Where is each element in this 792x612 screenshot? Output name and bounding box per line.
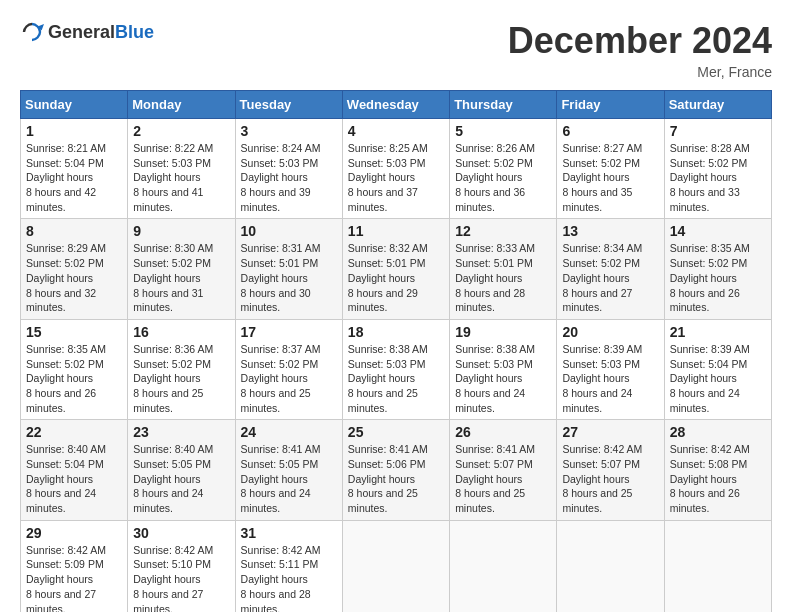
table-row: 11 Sunrise: 8:32 AM Sunset: 5:01 PM Dayl… bbox=[342, 219, 449, 319]
cell-info: Sunrise: 8:25 AM Sunset: 5:03 PM Dayligh… bbox=[348, 141, 444, 214]
table-row bbox=[450, 520, 557, 612]
table-row: 25 Sunrise: 8:41 AM Sunset: 5:06 PM Dayl… bbox=[342, 420, 449, 520]
cell-info: Sunrise: 8:35 AM Sunset: 5:02 PM Dayligh… bbox=[670, 241, 766, 314]
table-row: 21 Sunrise: 8:39 AM Sunset: 5:04 PM Dayl… bbox=[664, 319, 771, 419]
table-row: 24 Sunrise: 8:41 AM Sunset: 5:05 PM Dayl… bbox=[235, 420, 342, 520]
cell-info: Sunrise: 8:37 AM Sunset: 5:02 PM Dayligh… bbox=[241, 342, 337, 415]
logo-general-text: General bbox=[48, 22, 115, 42]
day-number: 27 bbox=[562, 424, 658, 440]
day-number: 8 bbox=[26, 223, 122, 239]
day-number: 28 bbox=[670, 424, 766, 440]
day-number: 30 bbox=[133, 525, 229, 541]
day-number: 10 bbox=[241, 223, 337, 239]
table-row: 16 Sunrise: 8:36 AM Sunset: 5:02 PM Dayl… bbox=[128, 319, 235, 419]
location-title: Mer, France bbox=[508, 64, 772, 80]
table-row bbox=[342, 520, 449, 612]
cell-info: Sunrise: 8:39 AM Sunset: 5:03 PM Dayligh… bbox=[562, 342, 658, 415]
logo-icon bbox=[20, 20, 44, 44]
day-number: 26 bbox=[455, 424, 551, 440]
cell-info: Sunrise: 8:40 AM Sunset: 5:05 PM Dayligh… bbox=[133, 442, 229, 515]
table-row: 6 Sunrise: 8:27 AM Sunset: 5:02 PM Dayli… bbox=[557, 119, 664, 219]
cell-info: Sunrise: 8:41 AM Sunset: 5:07 PM Dayligh… bbox=[455, 442, 551, 515]
table-row: 17 Sunrise: 8:37 AM Sunset: 5:02 PM Dayl… bbox=[235, 319, 342, 419]
days-header-row: Sunday Monday Tuesday Wednesday Thursday… bbox=[21, 91, 772, 119]
cell-info: Sunrise: 8:38 AM Sunset: 5:03 PM Dayligh… bbox=[348, 342, 444, 415]
header-monday: Monday bbox=[128, 91, 235, 119]
day-number: 9 bbox=[133, 223, 229, 239]
table-row: 19 Sunrise: 8:38 AM Sunset: 5:03 PM Dayl… bbox=[450, 319, 557, 419]
cell-info: Sunrise: 8:32 AM Sunset: 5:01 PM Dayligh… bbox=[348, 241, 444, 314]
cell-info: Sunrise: 8:22 AM Sunset: 5:03 PM Dayligh… bbox=[133, 141, 229, 214]
day-number: 4 bbox=[348, 123, 444, 139]
cell-info: Sunrise: 8:42 AM Sunset: 5:08 PM Dayligh… bbox=[670, 442, 766, 515]
day-number: 3 bbox=[241, 123, 337, 139]
day-number: 7 bbox=[670, 123, 766, 139]
day-number: 19 bbox=[455, 324, 551, 340]
day-number: 15 bbox=[26, 324, 122, 340]
table-row: 23 Sunrise: 8:40 AM Sunset: 5:05 PM Dayl… bbox=[128, 420, 235, 520]
cell-info: Sunrise: 8:31 AM Sunset: 5:01 PM Dayligh… bbox=[241, 241, 337, 314]
table-row: 5 Sunrise: 8:26 AM Sunset: 5:02 PM Dayli… bbox=[450, 119, 557, 219]
cell-info: Sunrise: 8:39 AM Sunset: 5:04 PM Dayligh… bbox=[670, 342, 766, 415]
day-number: 14 bbox=[670, 223, 766, 239]
table-row: 20 Sunrise: 8:39 AM Sunset: 5:03 PM Dayl… bbox=[557, 319, 664, 419]
table-row: 28 Sunrise: 8:42 AM Sunset: 5:08 PM Dayl… bbox=[664, 420, 771, 520]
day-number: 31 bbox=[241, 525, 337, 541]
table-row: 29 Sunrise: 8:42 AM Sunset: 5:09 PM Dayl… bbox=[21, 520, 128, 612]
table-row: 1 Sunrise: 8:21 AM Sunset: 5:04 PM Dayli… bbox=[21, 119, 128, 219]
day-number: 5 bbox=[455, 123, 551, 139]
day-number: 20 bbox=[562, 324, 658, 340]
table-row: 18 Sunrise: 8:38 AM Sunset: 5:03 PM Dayl… bbox=[342, 319, 449, 419]
logo-blue-text: Blue bbox=[115, 22, 154, 42]
table-row: 15 Sunrise: 8:35 AM Sunset: 5:02 PM Dayl… bbox=[21, 319, 128, 419]
table-row: 27 Sunrise: 8:42 AM Sunset: 5:07 PM Dayl… bbox=[557, 420, 664, 520]
cell-info: Sunrise: 8:41 AM Sunset: 5:05 PM Dayligh… bbox=[241, 442, 337, 515]
cell-info: Sunrise: 8:34 AM Sunset: 5:02 PM Dayligh… bbox=[562, 241, 658, 314]
day-number: 13 bbox=[562, 223, 658, 239]
table-row: 4 Sunrise: 8:25 AM Sunset: 5:03 PM Dayli… bbox=[342, 119, 449, 219]
day-number: 2 bbox=[133, 123, 229, 139]
table-row: 7 Sunrise: 8:28 AM Sunset: 5:02 PM Dayli… bbox=[664, 119, 771, 219]
day-number: 1 bbox=[26, 123, 122, 139]
day-number: 6 bbox=[562, 123, 658, 139]
cell-info: Sunrise: 8:40 AM Sunset: 5:04 PM Dayligh… bbox=[26, 442, 122, 515]
table-row bbox=[557, 520, 664, 612]
header-friday: Friday bbox=[557, 91, 664, 119]
cell-info: Sunrise: 8:29 AM Sunset: 5:02 PM Dayligh… bbox=[26, 241, 122, 314]
cell-info: Sunrise: 8:35 AM Sunset: 5:02 PM Dayligh… bbox=[26, 342, 122, 415]
day-number: 24 bbox=[241, 424, 337, 440]
day-number: 11 bbox=[348, 223, 444, 239]
day-number: 23 bbox=[133, 424, 229, 440]
day-number: 12 bbox=[455, 223, 551, 239]
table-row: 13 Sunrise: 8:34 AM Sunset: 5:02 PM Dayl… bbox=[557, 219, 664, 319]
day-number: 21 bbox=[670, 324, 766, 340]
header-sunday: Sunday bbox=[21, 91, 128, 119]
cell-info: Sunrise: 8:33 AM Sunset: 5:01 PM Dayligh… bbox=[455, 241, 551, 314]
cell-info: Sunrise: 8:36 AM Sunset: 5:02 PM Dayligh… bbox=[133, 342, 229, 415]
table-row: 2 Sunrise: 8:22 AM Sunset: 5:03 PM Dayli… bbox=[128, 119, 235, 219]
header-wednesday: Wednesday bbox=[342, 91, 449, 119]
cell-info: Sunrise: 8:21 AM Sunset: 5:04 PM Dayligh… bbox=[26, 141, 122, 214]
table-row: 8 Sunrise: 8:29 AM Sunset: 5:02 PM Dayli… bbox=[21, 219, 128, 319]
table-row: 30 Sunrise: 8:42 AM Sunset: 5:10 PM Dayl… bbox=[128, 520, 235, 612]
calendar-table: Sunday Monday Tuesday Wednesday Thursday… bbox=[20, 90, 772, 612]
table-row: 9 Sunrise: 8:30 AM Sunset: 5:02 PM Dayli… bbox=[128, 219, 235, 319]
day-number: 18 bbox=[348, 324, 444, 340]
day-number: 25 bbox=[348, 424, 444, 440]
table-row bbox=[664, 520, 771, 612]
table-row: 3 Sunrise: 8:24 AM Sunset: 5:03 PM Dayli… bbox=[235, 119, 342, 219]
table-row: 10 Sunrise: 8:31 AM Sunset: 5:01 PM Dayl… bbox=[235, 219, 342, 319]
header-saturday: Saturday bbox=[664, 91, 771, 119]
cell-info: Sunrise: 8:24 AM Sunset: 5:03 PM Dayligh… bbox=[241, 141, 337, 214]
day-number: 17 bbox=[241, 324, 337, 340]
day-number: 29 bbox=[26, 525, 122, 541]
cell-info: Sunrise: 8:42 AM Sunset: 5:07 PM Dayligh… bbox=[562, 442, 658, 515]
month-title: December 2024 bbox=[508, 20, 772, 62]
day-number: 22 bbox=[26, 424, 122, 440]
table-row: 12 Sunrise: 8:33 AM Sunset: 5:01 PM Dayl… bbox=[450, 219, 557, 319]
cell-info: Sunrise: 8:42 AM Sunset: 5:11 PM Dayligh… bbox=[241, 543, 337, 612]
cell-info: Sunrise: 8:28 AM Sunset: 5:02 PM Dayligh… bbox=[670, 141, 766, 214]
table-row: 22 Sunrise: 8:40 AM Sunset: 5:04 PM Dayl… bbox=[21, 420, 128, 520]
title-area: December 2024 Mer, France bbox=[508, 20, 772, 80]
table-row: 14 Sunrise: 8:35 AM Sunset: 5:02 PM Dayl… bbox=[664, 219, 771, 319]
